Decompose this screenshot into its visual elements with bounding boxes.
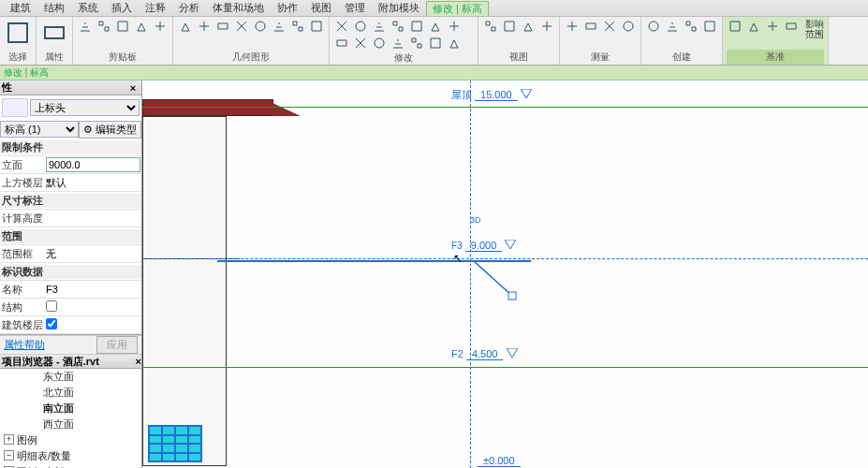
ribbon-tool-icon[interactable] [152,19,169,34]
menu-item[interactable]: 插入 [105,1,139,15]
ribbon-tool-icon[interactable] [271,19,287,34]
menu-item[interactable]: 系统 [71,1,105,15]
tree-item[interactable]: 北立面 [0,385,141,401]
menu-item[interactable]: 协作 [271,1,304,15]
menu-item[interactable]: 附加模块 [372,1,426,15]
ribbon-group-label: 视图 [482,50,555,65]
level-marker-icon [505,240,516,249]
ribbon-tool-icon[interactable] [501,19,518,34]
ribbon-tool-icon[interactable] [177,19,194,34]
prop-elevation-input[interactable] [46,157,140,172]
tree-item[interactable]: 南立面 [0,401,141,417]
ribbon-group-label: 属性 [40,50,68,65]
ribbon-tool-icon[interactable] [77,19,94,34]
prop-floor-check[interactable] [46,318,57,329]
type-selector-row[interactable]: 上标头 [0,95,141,120]
ribbon-tool-icon[interactable] [390,19,406,34]
ribbon-tool-icon[interactable] [620,19,637,34]
apply-button[interactable]: 应用 [96,336,138,354]
ribbon-tool-icon[interactable] [196,19,213,34]
ribbon-tool-icon[interactable] [745,19,762,34]
instance-selector[interactable]: 标高 (1) [0,121,79,138]
level-name: F3 [451,241,463,251]
ribbon-tool-icon[interactable] [352,36,369,51]
tree-item[interactable]: 图例 [0,432,141,448]
ribbon-tool-icon[interactable] [645,19,662,34]
ribbon-tool-icon[interactable] [333,19,350,34]
menu-item[interactable]: 视图 [304,1,338,15]
prop-help-link[interactable]: 属性帮助 [4,338,45,352]
ribbon-tool-icon[interactable] [446,36,463,51]
section-dim: 尺寸标注 [0,194,141,208]
tree-item[interactable]: 西立面 [0,417,141,432]
ribbon-tool-icon[interactable] [582,19,599,34]
ribbon-tool-icon[interactable] [664,19,681,34]
ribbon-tool-icon[interactable] [520,19,537,34]
menu-item[interactable]: 管理 [338,1,372,15]
level-tag-f2[interactable]: F2 4.500 [451,348,518,359]
level-line-roof[interactable] [142,107,868,108]
ribbon-tool-icon[interactable] [408,36,425,51]
ribbon-tool-icon[interactable] [352,19,369,34]
menu-item[interactable]: 修改 | 标高 [426,1,489,16]
properties-title-text: 性 [2,80,12,95]
ribbon-tool-icon[interactable] [683,19,699,34]
close-icon[interactable]: × [136,356,141,367]
ribbon-tool-icon[interactable] [133,19,150,34]
ribbon-tool-icon[interactable] [408,19,425,34]
menu-item[interactable]: 体量和场地 [206,1,271,15]
level-tag-roof[interactable]: 屋顶 15.000 [451,88,532,102]
ribbon-tool-icon[interactable] [601,19,618,34]
menu-item[interactable]: 注释 [139,1,172,15]
workspace: 性 × 上标头 标高 (1) ⚙ 编辑类型 限制条件 立面 上方楼层 默 [0,80,868,468]
ribbon-group-0: 选择 [0,17,37,65]
ribbon-group-8: 影响 范围基准 [723,17,829,65]
menu-item[interactable]: 建筑 [4,1,37,15]
prop-struct-check[interactable] [46,300,57,312]
ribbon-tool-icon[interactable] [783,19,800,34]
menu-item[interactable]: 分析 [172,1,206,15]
tree-item[interactable]: 明细表/数量 [0,448,141,464]
menu-bar[interactable]: 建筑结构系统插入注释分析体量和场地协作视图管理附加模块修改 | 标高 [0,0,868,17]
drag-handle[interactable] [473,260,520,307]
ribbon-tool-icon[interactable] [427,19,444,34]
drawing-canvas[interactable]: 屋顶 15.000 F3 9.000 3D ↖ F2 4.500 ±0.000 [142,80,868,468]
level-tag-f1[interactable]: ±0.000 [478,455,521,466]
ribbon-tool-icon[interactable] [96,19,112,34]
ribbon-tool-icon[interactable] [482,19,499,34]
ribbon-tool-icon[interactable] [308,19,325,34]
ribbon-tool-icon[interactable] [289,19,306,34]
prop-above-value[interactable]: 默认 [43,175,141,191]
prop-name-value[interactable]: F3 [43,283,141,296]
ribbon-tool-icon[interactable] [214,19,231,34]
ribbon-tool-icon[interactable] [538,19,555,34]
ribbon-tool-icon[interactable] [701,19,718,34]
level-line-f2[interactable] [142,367,868,368]
ribbon-tool-icon[interactable] [233,19,250,34]
ribbon-tool-icon[interactable] [333,36,350,51]
edit-type-button[interactable]: ⚙ 编辑类型 [79,121,141,139]
ribbon-tool-icon[interactable] [446,19,463,34]
tree-item[interactable]: 东立面 [0,369,141,385]
ribbon-tool-icon[interactable] [564,19,581,34]
section-scope: 范围 [0,229,141,243]
ribbon-tool-icon[interactable] [371,36,388,51]
ribbon-tool-icon[interactable] [390,36,406,51]
level-line-f3[interactable] [142,258,868,259]
ribbon-tool-icon[interactable] [427,36,444,51]
ribbon-tool-icon[interactable] [764,19,781,34]
project-browser-tree[interactable]: 东立面北立面南立面西立面图例明细表/数量图纸 (全部)001 - 总平面图002… [0,369,141,468]
ribbon-tool-icon[interactable] [252,19,269,34]
menu-item[interactable]: 结构 [37,1,71,15]
ribbon-tool-icon[interactable] [40,19,68,47]
prop-calc-value[interactable] [43,217,141,219]
tree-item[interactable]: 图纸 (全部) [0,464,141,468]
prop-scopebox-value[interactable]: 无 [43,246,141,262]
close-icon[interactable]: × [126,81,140,95]
ribbon-tool-icon[interactable] [371,19,388,34]
type-selector[interactable]: 上标头 [30,99,140,116]
level-tag-f3[interactable]: F3 9.000 [451,240,516,251]
ribbon-tool-icon[interactable] [727,19,743,34]
ribbon-tool-icon[interactable] [114,19,131,34]
ribbon-tool-icon[interactable] [4,19,32,47]
